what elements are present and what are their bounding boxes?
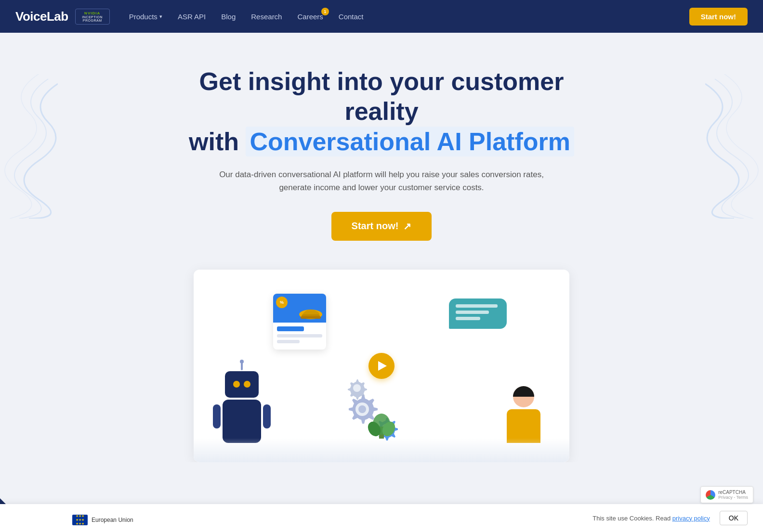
nav-cta: Start now! xyxy=(689,8,748,26)
nav-blog[interactable]: Blog xyxy=(221,13,236,21)
logo-text: VoiceLab xyxy=(15,9,68,24)
svg-point-4 xyxy=(358,405,366,413)
wave-left-decoration xyxy=(0,74,58,219)
robot-arm-left xyxy=(213,404,221,428)
play-icon xyxy=(378,361,387,371)
illustration-card: % xyxy=(194,270,569,462)
svg-point-7 xyxy=(353,384,361,392)
nav-research[interactable]: Research xyxy=(251,13,282,21)
gear-small-icon xyxy=(345,376,368,400)
play-button[interactable] xyxy=(368,353,395,379)
plant-icon xyxy=(367,407,396,441)
illustration-section: % xyxy=(0,260,763,462)
nav-links: Products ▾ ASR API Blog Research Careers… xyxy=(129,13,689,21)
person-head xyxy=(513,386,534,407)
desk-illustration xyxy=(194,438,569,462)
product-line-1 xyxy=(277,334,322,337)
navbar: VoiceLab NVIDIA INCEPTION PROGRAM Produc… xyxy=(0,0,763,33)
nav-careers[interactable]: Careers 1 xyxy=(297,13,323,21)
product-discount-badge: % xyxy=(276,297,288,308)
robot-eye-right xyxy=(244,381,250,388)
chat-line-1 xyxy=(456,304,498,308)
nav-asr-api[interactable]: ASR API xyxy=(178,13,206,21)
careers-badge: 1 xyxy=(321,8,329,15)
hero-highlight: Conversational AI Platform xyxy=(246,127,574,156)
hero-section: Get insight into your customer reality w… xyxy=(0,33,763,260)
product-price-bar xyxy=(277,326,304,331)
chat-bubble xyxy=(449,298,507,329)
product-card-body xyxy=(273,323,326,350)
robot-body xyxy=(223,400,261,443)
person-illustration xyxy=(507,386,540,443)
product-card-header: % xyxy=(273,294,326,323)
brand[interactable]: VoiceLab NVIDIA INCEPTION PROGRAM xyxy=(15,9,110,25)
wave-right-decoration xyxy=(705,74,763,219)
robot-eye-left xyxy=(233,381,240,388)
chat-bubble-illustration xyxy=(449,298,507,329)
illustration-inner: % xyxy=(194,270,569,462)
chat-line-3 xyxy=(456,317,480,320)
svg-rect-2 xyxy=(301,316,321,319)
hero-title: Get insight into your customer reality w… xyxy=(174,66,589,156)
product-line-2 xyxy=(277,340,300,343)
nvidia-label: NVIDIA xyxy=(84,11,100,15)
person-hair xyxy=(513,386,534,397)
arrow-icon: ↗ xyxy=(403,221,411,232)
chat-line-2 xyxy=(456,311,489,314)
chevron-down-icon: ▾ xyxy=(159,13,162,20)
product-card: % xyxy=(273,294,326,350)
product-shoe-icon xyxy=(298,304,324,321)
robot-antenna xyxy=(241,363,243,370)
robot-arm-right xyxy=(263,404,271,428)
robot-illustration xyxy=(223,363,261,443)
robot-head xyxy=(225,371,259,398)
hero-subtitle: Our data-driven conversational AI platfo… xyxy=(208,168,555,194)
start-now-hero-button[interactable]: Start now! ↗ xyxy=(331,212,432,241)
product-card-illustration: % xyxy=(273,294,326,350)
nav-contact[interactable]: Contact xyxy=(339,13,364,21)
plant-illustration xyxy=(367,407,396,443)
inception-label: INCEPTION xyxy=(82,15,103,19)
nav-products[interactable]: Products ▾ xyxy=(129,13,162,21)
nvidia-badge: NVIDIA INCEPTION PROGRAM xyxy=(75,9,110,25)
program-label: PROGRAM xyxy=(83,19,102,22)
start-now-nav-button[interactable]: Start now! xyxy=(689,8,748,26)
